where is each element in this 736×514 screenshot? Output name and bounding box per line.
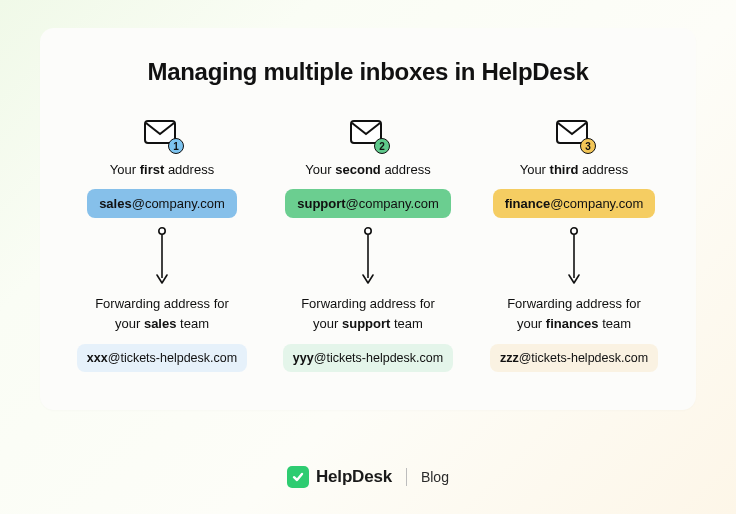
source-email-chip: support@company.com (285, 189, 451, 218)
badge-number: 2 (374, 138, 390, 154)
svg-point-1 (159, 228, 165, 234)
svg-point-4 (365, 228, 371, 234)
address-ordinal-label: Your second address (305, 162, 430, 177)
forwarding-email-chip: zzz@tickets-helpdesk.com (490, 344, 658, 372)
badge-number: 1 (168, 138, 184, 154)
divider (406, 468, 407, 486)
badge-number: 3 (580, 138, 596, 154)
envelope-icon: 2 (350, 120, 386, 150)
checkmark-icon (287, 466, 309, 488)
diagram-card: Managing multiple inboxes in HelpDesk 1 … (40, 28, 696, 410)
envelope-icon: 3 (556, 120, 592, 150)
forwarding-label: Forwarding address for your support team (301, 294, 435, 334)
footer: HelpDesk Blog (0, 466, 736, 488)
source-email-chip: finance@company.com (493, 189, 656, 218)
forwarding-email-chip: xxx@tickets-helpdesk.com (77, 344, 247, 372)
address-ordinal-label: Your first address (110, 162, 214, 177)
brand-logo: HelpDesk (287, 466, 392, 488)
inbox-column-3: 3 Your third address finance@company.com… (480, 120, 668, 372)
svg-point-7 (571, 228, 577, 234)
forwarding-label: Forwarding address for your finances tea… (507, 294, 641, 334)
forwarding-label: Forwarding address for your sales team (95, 294, 229, 334)
diagram-title: Managing multiple inboxes in HelpDesk (68, 58, 668, 86)
inbox-column-1: 1 Your first address sales@company.com F… (68, 120, 256, 372)
footer-section-label: Blog (421, 469, 449, 485)
brand-name: HelpDesk (316, 467, 392, 487)
arrow-down-icon (567, 226, 581, 288)
arrow-down-icon (155, 226, 169, 288)
source-email-chip: sales@company.com (87, 189, 237, 218)
envelope-icon: 1 (144, 120, 180, 150)
arrow-down-icon (361, 226, 375, 288)
address-ordinal-label: Your third address (520, 162, 629, 177)
forwarding-email-chip: yyy@tickets-helpdesk.com (283, 344, 453, 372)
columns-row: 1 Your first address sales@company.com F… (68, 120, 668, 372)
inbox-column-2: 2 Your second address support@company.co… (274, 120, 462, 372)
